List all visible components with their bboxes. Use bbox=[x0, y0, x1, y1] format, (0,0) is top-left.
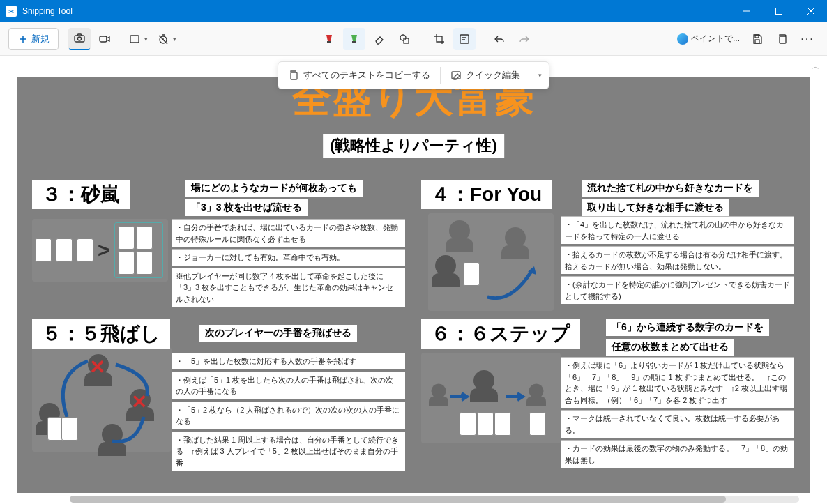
undo-button[interactable] bbox=[488, 28, 510, 50]
copy-button[interactable] bbox=[771, 28, 794, 50]
rule-6-heading: ６：６ステップ bbox=[421, 319, 580, 349]
titlebar: ✂ Snipping Tool bbox=[0, 0, 827, 22]
rule-4-heading: ４：For You bbox=[421, 180, 552, 209]
svg-rect-10 bbox=[404, 38, 409, 43]
capture-subtitle: (戦略性よりパーティ性) bbox=[323, 134, 504, 158]
rule-4-graphic bbox=[428, 213, 554, 311]
rule-3-heading: ３：砂嵐 bbox=[32, 180, 130, 209]
delay-button[interactable]: ▾ bbox=[154, 28, 180, 50]
floatbar-chevron-button[interactable]: ▾ bbox=[530, 62, 549, 89]
redo-button[interactable] bbox=[513, 28, 536, 50]
svg-rect-0 bbox=[776, 8, 782, 15]
toolbar: 新規 ▾ ▾ ペイントで... bbox=[0, 22, 827, 56]
eraser-button[interactable] bbox=[368, 28, 390, 50]
rule-5-lead1: 次のプレイヤーの手番を飛ばせる bbox=[199, 325, 357, 342]
rule-6-block: ６：６ステップ 「6」から連続する数字のカードを 任意の枚数まとめて出せる ・例… bbox=[421, 319, 798, 349]
canvas-area: すべてのテキストをコピーする クイック編集 ▾ ︿ 全盛り大富豪 (戦略性よりパ… bbox=[0, 56, 827, 504]
svg-rect-7 bbox=[327, 41, 331, 43]
red-pen-button[interactable] bbox=[318, 28, 340, 50]
svg-rect-12 bbox=[755, 35, 759, 38]
svg-rect-8 bbox=[352, 41, 356, 43]
text-actions-floatbar: すべてのテキストをコピーする クイック編集 ▾ bbox=[278, 61, 549, 89]
rule-4-lead2: 取り出して好きな相手に渡せる bbox=[582, 199, 729, 216]
rule-6-graphic bbox=[421, 353, 561, 443]
chevron-down-icon: ▾ bbox=[144, 36, 148, 43]
minimize-button[interactable] bbox=[731, 0, 763, 22]
rule-4-block: ４：For You 流れた捨て札の中から好きなカードを 取り出して好きな相手に渡… bbox=[421, 180, 798, 209]
svg-point-2 bbox=[78, 37, 82, 40]
new-snip-button[interactable]: 新規 bbox=[8, 28, 59, 50]
video-mode-button[interactable] bbox=[93, 28, 116, 50]
scrollbar-thumb[interactable] bbox=[70, 496, 726, 503]
shape-mode-button[interactable]: ▾ bbox=[126, 28, 151, 50]
chevron-down-icon: ▾ bbox=[173, 36, 176, 43]
chevron-down-icon: ▾ bbox=[538, 72, 542, 79]
quick-edit-button[interactable]: クイック編集 bbox=[441, 62, 530, 89]
svg-rect-11 bbox=[460, 35, 469, 43]
rule-5-graphic: ✕ ✕ bbox=[32, 347, 172, 452]
rule-5-heading: ５：５飛ばし bbox=[32, 319, 170, 349]
rule-5-bullets: ・「5」を出した枚数に対応する人数の手番を飛ばす ・例えば「5」1 枚を出したら… bbox=[172, 353, 405, 473]
svg-rect-3 bbox=[100, 36, 107, 42]
svg-rect-13 bbox=[755, 40, 759, 43]
rule-6-lead2: 任意の枚数まとめて出せる bbox=[606, 339, 734, 356]
captured-image: 全盛り大富豪 (戦略性よりパーティ性) ３：砂嵐 場にどのようなカードが何枚あっ… bbox=[17, 77, 810, 493]
copy-all-text-button[interactable]: すべてのテキストをコピーする bbox=[278, 62, 440, 89]
svg-rect-4 bbox=[130, 36, 139, 43]
rule-3-graphic: > bbox=[32, 219, 168, 282]
window-title: Snipping Tool bbox=[22, 6, 731, 16]
svg-rect-15 bbox=[291, 72, 297, 79]
svg-line-6 bbox=[159, 36, 167, 44]
rule-4-bullets: ・「4」を出した枚数だけ、流れた捨て札の山の中から好きなカードを拾って特定の一人… bbox=[561, 216, 794, 306]
maximize-button[interactable] bbox=[763, 0, 795, 22]
close-button[interactable] bbox=[795, 0, 827, 22]
highlighter-button[interactable] bbox=[343, 28, 365, 50]
rule-3-block: ３：砂嵐 場にどのようなカードが何枚あっても 「3」3 枚を出せば流せる > ・… bbox=[32, 180, 409, 209]
rule-5-block: ５：５飛ばし 次のプレイヤーの手番を飛ばせる ✕ ✕ ・「5」を出した枚数に対応… bbox=[32, 319, 409, 349]
rule-6-bullets: ・例えば場に「6」より弱いカードが 1 枚だけ出ている状態なら「6」「7」「8」… bbox=[561, 357, 794, 470]
paint-label: ペイントで... bbox=[691, 33, 740, 45]
more-button[interactable]: ··· bbox=[796, 28, 819, 50]
globe-icon bbox=[677, 33, 688, 45]
svg-rect-1 bbox=[75, 36, 84, 42]
edit-in-paint-button[interactable]: ペイントで... bbox=[674, 28, 743, 50]
horizontal-scrollbar[interactable] bbox=[70, 496, 799, 503]
app-icon: ✂ bbox=[6, 6, 17, 17]
text-actions-button[interactable] bbox=[453, 28, 476, 50]
photo-mode-button[interactable] bbox=[68, 28, 91, 50]
shapes-button[interactable] bbox=[393, 28, 416, 50]
save-button[interactable] bbox=[746, 28, 768, 50]
svg-point-9 bbox=[400, 35, 406, 40]
rule-3-lead1: 場にどのようなカードが何枚あっても bbox=[185, 180, 363, 197]
svg-rect-14 bbox=[780, 36, 786, 43]
new-label: 新規 bbox=[31, 33, 50, 45]
scroll-up-button[interactable]: ︿ bbox=[809, 60, 821, 72]
rule-3-bullets: ・自分の手番であれば、場に出ているカードの強さや枚数、発動中の特殊ルールに関係な… bbox=[172, 219, 405, 309]
rule-4-lead1: 流れた捨て札の中から好きなカードを bbox=[582, 180, 759, 197]
rule-6-lead1: 「6」から連続する数字のカードを bbox=[606, 319, 769, 336]
crop-button[interactable] bbox=[428, 28, 450, 50]
rule-3-lead2: 「3」3 枚を出せば流せる bbox=[185, 199, 308, 216]
